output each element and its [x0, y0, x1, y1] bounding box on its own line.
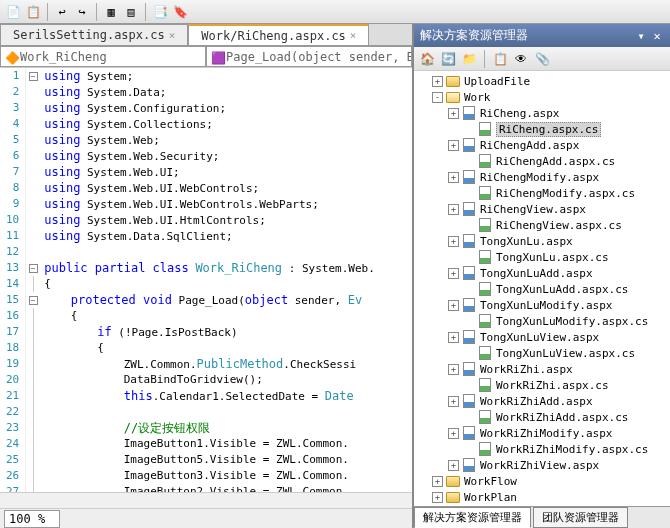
fold-toggle[interactable]: − — [29, 72, 38, 81]
tree-item[interactable]: -Work — [416, 89, 668, 105]
cs-file-icon — [477, 314, 493, 328]
editor-tab[interactable]: Work/RiCheng.aspx.cs× — [188, 24, 369, 45]
refresh-icon[interactable]: 🔄 — [439, 50, 457, 68]
tree-item[interactable]: +WorkRiZhiView.aspx — [416, 457, 668, 473]
tree-item[interactable]: +TongXunLu.aspx — [416, 233, 668, 249]
tree-item[interactable]: +WorkPlan — [416, 489, 668, 505]
toolbar-icon[interactable]: 🔖 — [171, 3, 189, 21]
tab-close-icon[interactable]: × — [169, 29, 176, 42]
tree-item[interactable]: +WorkRiZhi.aspx — [416, 361, 668, 377]
tree-expander[interactable]: + — [448, 460, 459, 471]
fold-toggle[interactable]: − — [29, 296, 38, 305]
tree-item[interactable]: +TongXunLuModify.aspx — [416, 297, 668, 313]
solution-explorer: 解决方案资源管理器 ▾ ✕ 🏠 🔄 📁 📋 👁 📎 +UploadFile-Wo… — [412, 24, 670, 528]
tree-expander[interactable]: + — [448, 300, 459, 311]
code-editor[interactable]: 1234567891011121314151617181920212223242… — [0, 68, 412, 492]
tree-item-label: WorkPlan — [464, 491, 517, 504]
dropdown-icon[interactable]: ▾ — [634, 29, 648, 43]
tree-expander[interactable]: + — [432, 476, 443, 487]
tree-expander[interactable]: + — [448, 172, 459, 183]
tree-item-label: TongXunLuView.aspx.cs — [496, 347, 635, 360]
tree-item-label: WorkRiZhi.aspx.cs — [496, 379, 609, 392]
aspx-file-icon — [461, 330, 477, 344]
bottom-tab[interactable]: 解决方案资源管理器 — [414, 507, 531, 528]
tree-item[interactable]: RiChengView.aspx.cs — [416, 217, 668, 233]
tree-expander[interactable]: + — [448, 236, 459, 247]
tree-expander[interactable]: + — [448, 204, 459, 215]
tree-expander[interactable]: + — [448, 396, 459, 407]
toolbar-icon[interactable]: ▦ — [102, 3, 120, 21]
tree-expander[interactable]: + — [432, 76, 443, 87]
tree-item-label: RiChengAdd.aspx.cs — [496, 155, 615, 168]
zoom-dropdown[interactable]: 100 % — [4, 510, 60, 528]
toolbar-icon[interactable]: ↪ — [73, 3, 91, 21]
tree-item[interactable]: +RiCheng.aspx — [416, 105, 668, 121]
tree-expander[interactable]: + — [448, 428, 459, 439]
cs-file-icon — [477, 250, 493, 264]
aspx-file-icon — [461, 266, 477, 280]
fold-toggle[interactable]: − — [29, 264, 38, 273]
close-icon[interactable]: ✕ — [650, 29, 664, 43]
tree-item[interactable]: +WorkRiZhiModify.aspx — [416, 425, 668, 441]
tree-item[interactable]: +WorkRiZhiAdd.aspx — [416, 393, 668, 409]
aspx-file-icon — [461, 106, 477, 120]
tab-label: SerilsSetting.aspx.cs — [13, 28, 165, 42]
tree-expander[interactable]: + — [448, 332, 459, 343]
tree-item-label: TongXunLuAdd.aspx — [480, 267, 593, 280]
toolbar-icon[interactable]: 📋 — [24, 3, 42, 21]
cs-file-icon — [477, 442, 493, 456]
tree-item[interactable]: +RiChengModify.aspx — [416, 169, 668, 185]
tree-item[interactable]: RiChengAdd.aspx.cs — [416, 153, 668, 169]
aspx-file-icon — [461, 202, 477, 216]
cs-file-icon — [477, 218, 493, 232]
aspx-file-icon — [461, 298, 477, 312]
tree-expander[interactable]: + — [432, 492, 443, 503]
tree-item[interactable]: +TongXunLuView.aspx — [416, 329, 668, 345]
tree-expander[interactable]: + — [448, 108, 459, 119]
tree-expander[interactable]: + — [448, 268, 459, 279]
toolbar-icon[interactable]: 📄 — [4, 3, 22, 21]
tab-close-icon[interactable]: × — [350, 29, 357, 42]
folder-icon — [445, 74, 461, 88]
tree-item[interactable]: TongXunLu.aspx.cs — [416, 249, 668, 265]
tree-item-label: TongXunLu.aspx — [480, 235, 573, 248]
class-dropdown[interactable]: 🔶 Work_RiCheng — [0, 46, 206, 67]
aspx-file-icon — [461, 170, 477, 184]
tree-item[interactable]: +UploadFile — [416, 73, 668, 89]
tree-item[interactable]: WorkRiZhiModify.aspx.cs — [416, 441, 668, 457]
tree-item[interactable]: +RiChengView.aspx — [416, 201, 668, 217]
tree-item-label: WorkFlow — [464, 475, 517, 488]
tree-expander[interactable]: - — [432, 92, 443, 103]
bottom-tab[interactable]: 团队资源管理器 — [533, 507, 628, 528]
tree-item-label: TongXunLuModify.aspx — [480, 299, 612, 312]
toolbar-icon[interactable]: ↩ — [53, 3, 71, 21]
tree-expander[interactable]: + — [448, 140, 459, 151]
tree-item[interactable]: RiChengModify.aspx.cs — [416, 185, 668, 201]
tree-item[interactable]: +WorkFlow — [416, 473, 668, 489]
tree-item-label: RiCheng.aspx.cs — [496, 122, 601, 137]
tree-item-label: RiChengModify.aspx — [480, 171, 599, 184]
tree-expander[interactable]: + — [448, 364, 459, 375]
aspx-file-icon — [461, 458, 477, 472]
code-lines[interactable]: using System;using System.Data;using Sys… — [40, 68, 412, 492]
tree-item[interactable]: TongXunLuAdd.aspx.cs — [416, 281, 668, 297]
editor-tab[interactable]: SerilsSetting.aspx.cs× — [0, 24, 188, 45]
home-icon[interactable]: 🏠 — [418, 50, 436, 68]
view-icon[interactable]: 👁 — [512, 50, 530, 68]
tree-item[interactable]: WorkRiZhiAdd.aspx.cs — [416, 409, 668, 425]
tree-item[interactable]: +TongXunLuAdd.aspx — [416, 265, 668, 281]
show-all-icon[interactable]: 📁 — [460, 50, 478, 68]
toolbar-icon[interactable]: 📑 — [151, 3, 169, 21]
tree-item-label: WorkRiZhiModify.aspx — [480, 427, 612, 440]
member-dropdown[interactable]: 🟪 Page_Load(object sender, Ev — [206, 46, 412, 67]
tree-item[interactable]: RiCheng.aspx.cs — [416, 121, 668, 137]
horizontal-scrollbar[interactable] — [0, 492, 412, 508]
tree-item[interactable]: WorkRiZhi.aspx.cs — [416, 377, 668, 393]
nest-icon[interactable]: 📎 — [533, 50, 551, 68]
properties-icon[interactable]: 📋 — [491, 50, 509, 68]
tree-item[interactable]: TongXunLuModify.aspx.cs — [416, 313, 668, 329]
solution-tree[interactable]: +UploadFile-Work+RiCheng.aspxRiCheng.asp… — [414, 71, 670, 506]
tree-item[interactable]: +RiChengAdd.aspx — [416, 137, 668, 153]
toolbar-icon[interactable]: ▤ — [122, 3, 140, 21]
tree-item[interactable]: TongXunLuView.aspx.cs — [416, 345, 668, 361]
